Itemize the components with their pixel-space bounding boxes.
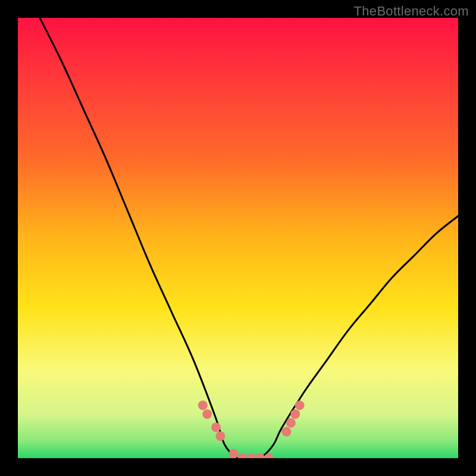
marker-point [202,409,212,419]
chart-frame: TheBottleneck.com [0,0,476,476]
marker-point [198,400,208,410]
chart-curve-layer [18,18,458,458]
marker-point [295,400,305,410]
highlight-points [198,400,305,458]
watermark-text: TheBottleneck.com [354,4,469,19]
marker-point [286,418,296,428]
plot-area [18,18,458,458]
marker-point [281,427,291,437]
marker-point [237,453,247,458]
marker-point [211,422,221,432]
bottleneck-curve [40,18,458,458]
marker-point [215,431,225,441]
marker-point [229,449,239,458]
marker-point [246,453,256,458]
marker-point [290,409,300,419]
marker-point [255,453,265,458]
